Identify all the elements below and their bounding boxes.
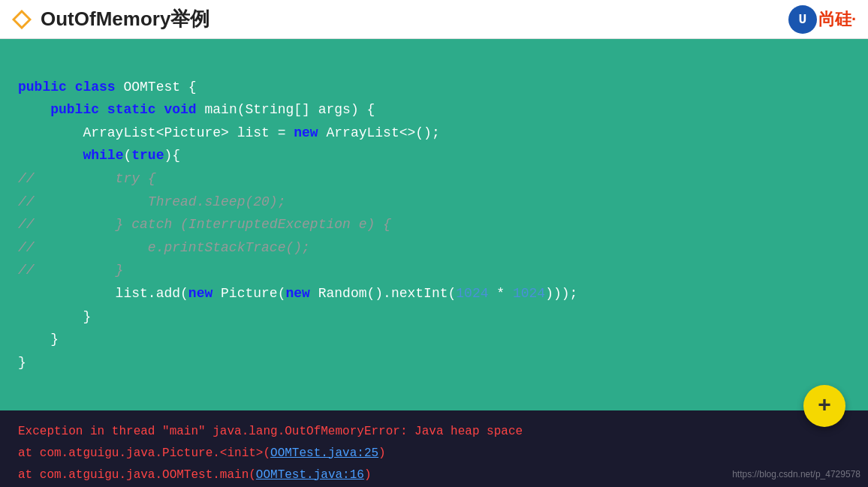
output-line-2: at com.atguigu.java.Picture.<init>(OOMTe…: [18, 443, 850, 464]
svg-marker-0: [14, 11, 30, 28]
code-block: public class OOMTest { public static voi…: [18, 53, 850, 397]
page-title: OutOfMemory举例: [41, 6, 209, 32]
code-keyword: public: [18, 80, 67, 95]
fab-button[interactable]: +: [803, 385, 845, 427]
stacktrace-line2-prefix: at com.atguigu.java.Picture.<init>(: [18, 446, 270, 460]
logo-icon: U: [788, 5, 817, 34]
logo-char: U: [798, 12, 806, 27]
exception-text: Exception in thread "main" java.lang.Out…: [18, 425, 523, 438]
header-left: OutOfMemory举例: [12, 6, 209, 32]
stacktrace-link-3[interactable]: OOMTest.java:16: [256, 468, 364, 482]
output-line-3: at com.atguigu.java.OOMTest.main(OOMTest…: [18, 464, 850, 486]
stacktrace-line2-suffix: ): [378, 446, 386, 460]
output-line-1: Exception in thread "main" java.lang.Out…: [18, 421, 850, 443]
watermark: https://blog.csdn.net/p_4729578: [732, 469, 860, 479]
header: OutOfMemory举例 U 尚硅·: [0, 0, 868, 39]
stacktrace-line3-prefix: at com.atguigu.java.OOMTest.main(: [18, 468, 256, 482]
code-section: public class OOMTest { public static voi…: [0, 39, 868, 410]
logo: U 尚硅·: [788, 5, 856, 34]
fab-label: +: [818, 393, 831, 419]
diamond-icon: [12, 10, 32, 29]
logo-text: 尚硅·: [818, 8, 856, 31]
stacktrace-link-2[interactable]: OOMTest.java:25: [270, 446, 378, 460]
stacktrace-line3-suffix: ): [364, 468, 372, 482]
